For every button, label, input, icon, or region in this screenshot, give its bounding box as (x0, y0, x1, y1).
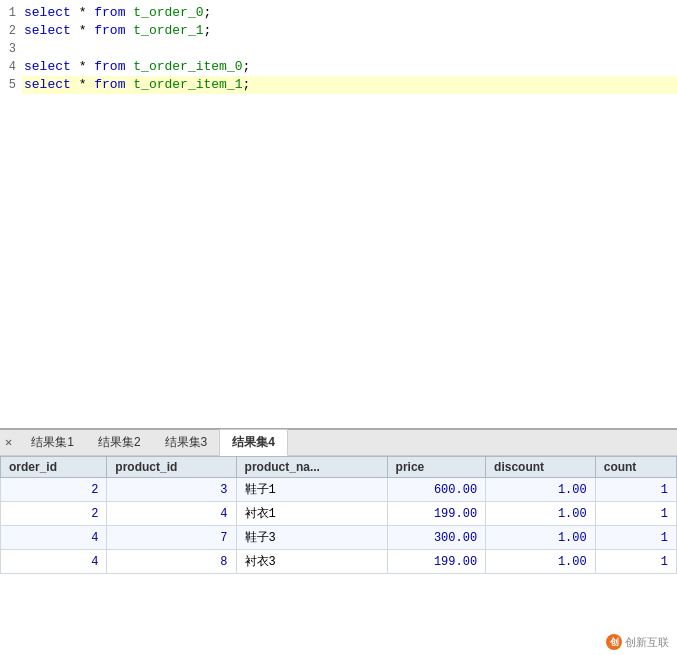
results-area: ✕ 结果集1 结果集2 结果集3 结果集4 order_id product_i… (0, 430, 677, 655)
cell-order-id: 2 (1, 478, 107, 502)
close-icon[interactable]: ✕ (2, 435, 15, 450)
editor-area[interactable]: 1 2 3 4 5 select * from t_order_0; selec… (0, 0, 677, 430)
cell-order-id: 4 (1, 526, 107, 550)
results-table-container[interactable]: order_id product_id product_na... price … (0, 456, 677, 655)
tabs-bar: ✕ 结果集1 结果集2 结果集3 结果集4 (0, 430, 677, 456)
cell-count: 1 (595, 478, 676, 502)
table-row: 2 3 鞋子1 600.00 1.00 1 (1, 478, 677, 502)
col-count: count (595, 457, 676, 478)
cell-product-name: 鞋子3 (236, 526, 387, 550)
table-header-row: order_id product_id product_na... price … (1, 457, 677, 478)
cell-price: 199.00 (387, 502, 486, 526)
table-row: 4 8 衬衣3 199.00 1.00 1 (1, 550, 677, 574)
cell-price: 199.00 (387, 550, 486, 574)
cell-discount: 1.00 (486, 526, 596, 550)
cell-product-name: 衬衣1 (236, 502, 387, 526)
tab-results-3[interactable]: 结果集3 (153, 430, 220, 455)
line-numbers: 1 2 3 4 5 (0, 0, 18, 94)
code-line-5: select * from t_order_item_1; (22, 76, 677, 94)
col-price: price (387, 457, 486, 478)
cell-product-id: 3 (107, 478, 236, 502)
cell-discount: 1.00 (486, 478, 596, 502)
cell-product-id: 7 (107, 526, 236, 550)
cell-order-id: 4 (1, 550, 107, 574)
table-row: 2 4 衬衣1 199.00 1.00 1 (1, 502, 677, 526)
cell-count: 1 (595, 526, 676, 550)
cell-discount: 1.00 (486, 550, 596, 574)
watermark-logo-icon: 创 (606, 634, 622, 650)
cell-product-id: 8 (107, 550, 236, 574)
cell-product-name: 衬衣3 (236, 550, 387, 574)
tab-results-2[interactable]: 结果集2 (86, 430, 153, 455)
cell-price: 600.00 (387, 478, 486, 502)
watermark-text: 创新互联 (625, 635, 669, 650)
tab-results-4[interactable]: 结果集4 (219, 429, 288, 456)
code-line-1: select * from t_order_0; (22, 4, 677, 22)
cell-count: 1 (595, 550, 676, 574)
cell-order-id: 2 (1, 502, 107, 526)
cell-discount: 1.00 (486, 502, 596, 526)
code-line-3 (22, 40, 677, 58)
table-row: 4 7 鞋子3 300.00 1.00 1 (1, 526, 677, 550)
cell-price: 300.00 (387, 526, 486, 550)
watermark: 创 创新互联 (606, 634, 669, 650)
col-discount: discount (486, 457, 596, 478)
tab-results-1[interactable]: 结果集1 (19, 430, 86, 455)
col-order-id: order_id (1, 457, 107, 478)
col-product-id: product_id (107, 457, 236, 478)
results-table: order_id product_id product_na... price … (0, 456, 677, 574)
code-line-4: select * from t_order_item_0; (22, 58, 677, 76)
cell-product-id: 4 (107, 502, 236, 526)
code-line-2: select * from t_order_1; (22, 22, 677, 40)
col-product-name: product_na... (236, 457, 387, 478)
code-lines[interactable]: select * from t_order_0; select * from t… (22, 4, 677, 94)
cell-count: 1 (595, 502, 676, 526)
cell-product-name: 鞋子1 (236, 478, 387, 502)
